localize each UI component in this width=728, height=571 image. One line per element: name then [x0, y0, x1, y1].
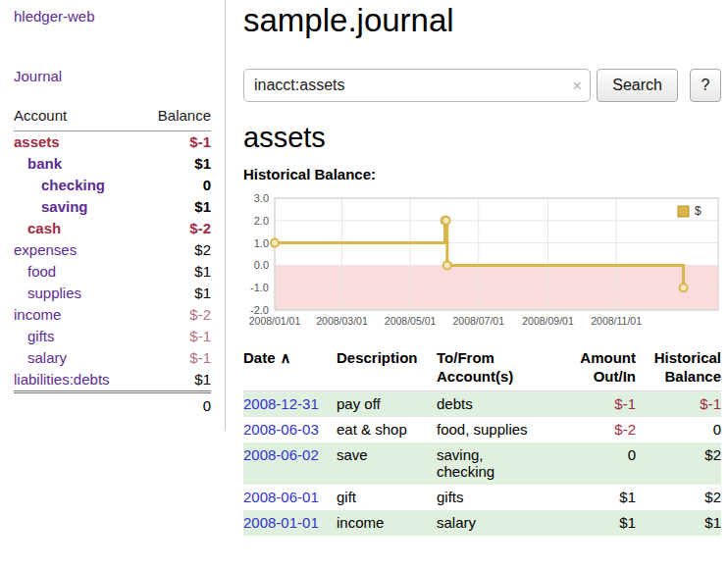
txn-row: 2008-01-01 income salary $1 $1 — [243, 510, 721, 536]
account-balance-income: $-2 — [140, 304, 211, 326]
account-link-gifts[interactable]: gifts — [27, 328, 55, 344]
txn-accounts-cell: gifts — [437, 485, 562, 510]
txn-date-cell: 2008-12-31 — [243, 391, 337, 418]
search-input[interactable] — [243, 69, 591, 102]
account-balance-supplies: $1 — [140, 283, 211, 304]
txn-date-link[interactable]: 2008-06-02 — [243, 446, 319, 463]
txn-row: 2008-12-31 pay off debts $-1 $-1 — [243, 391, 721, 418]
account-balance-checking: 0 — [140, 175, 211, 196]
accounts-total-spacer — [14, 392, 140, 418]
brand-link[interactable]: hledger-web — [14, 8, 211, 25]
search-button[interactable]: Search — [597, 69, 678, 102]
account-link-assets[interactable]: assets — [14, 133, 60, 150]
txn-balance-cell: $-1 — [636, 391, 721, 418]
account-balance-saving: $1 — [140, 196, 211, 218]
account-heading: assets — [243, 122, 721, 154]
account-link-supplies[interactable]: supplies — [27, 285, 81, 301]
transactions-table: Date∧ Description To/From Account(s) Amo… — [243, 347, 721, 537]
svg-text:2008/07/01: 2008/07/01 — [452, 315, 504, 327]
txn-amount-cell: $-2 — [562, 417, 636, 442]
txn-accounts-cell: salary — [437, 510, 562, 536]
txn-date-link[interactable]: 2008-12-31 — [243, 395, 319, 412]
clear-search-icon[interactable]: × — [572, 77, 582, 93]
txn-row: 2008-06-02 save saving, checking 0 $2 — [243, 442, 721, 485]
account-row-cash: cash $-2 — [14, 218, 211, 239]
account-link-expenses[interactable]: expenses — [14, 241, 77, 258]
accounts-header-account: Account — [14, 104, 140, 131]
txn-date-link[interactable]: 2008-06-03 — [243, 421, 319, 438]
svg-text:2008/01/01: 2008/01/01 — [249, 315, 301, 327]
svg-text:3.0: 3.0 — [254, 192, 269, 204]
column-header-amount: Amount Out/In — [562, 347, 636, 391]
txn-accounts-cell: saving, checking — [437, 442, 562, 485]
account-link-checking[interactable]: checking — [41, 177, 105, 193]
account-link-income[interactable]: income — [14, 306, 61, 323]
account-row-assets: assets $-1 — [14, 131, 211, 154]
account-link-bank[interactable]: bank — [27, 155, 62, 172]
txn-amount-cell: $1 — [562, 485, 636, 510]
svg-text:2008/09/01: 2008/09/01 — [522, 315, 574, 327]
account-row-income: income $-2 — [14, 304, 211, 326]
account-link-cash[interactable]: cash — [27, 220, 61, 236]
account-row-checking: checking 0 — [14, 175, 211, 196]
accounts-header-line2: Account(s) — [437, 368, 556, 387]
account-row-supplies: supplies $1 — [14, 283, 211, 304]
txn-date-link[interactable]: 2008-01-01 — [243, 514, 319, 531]
svg-text:1.0: 1.0 — [254, 237, 269, 249]
txn-date-cell: 2008-06-02 — [243, 442, 337, 485]
txn-description-cell: pay off — [337, 391, 437, 418]
amount-header-line1: Amount — [562, 349, 636, 368]
accounts-table: Account Balance assets $-1 bank $1 check… — [14, 104, 211, 417]
column-header-accounts: To/From Account(s) — [437, 347, 562, 391]
txn-description-cell: income — [337, 510, 437, 536]
account-row-salary: salary $-1 — [14, 347, 211, 369]
svg-text:$: $ — [695, 204, 702, 218]
txn-date-cell: 2008-01-01 — [243, 510, 337, 536]
sidebar: hledger-web Journal Account Balance asse… — [0, 0, 226, 431]
account-balance-bank: $1 — [140, 153, 211, 175]
account-balance-expenses: $2 — [140, 239, 211, 261]
txn-amount-cell: $-1 — [562, 391, 636, 418]
account-balance-cash: $-2 — [140, 218, 211, 239]
column-header-date[interactable]: Date∧ — [243, 347, 337, 391]
txn-amount-cell: 0 — [562, 442, 636, 485]
account-balance-food: $1 — [140, 261, 211, 283]
txn-row: 2008-06-03 eat & shop food, supplies $-2… — [243, 417, 721, 442]
accounts-header-row: Account Balance — [14, 104, 211, 131]
txn-accounts-cell: food, supplies — [437, 417, 562, 442]
txn-description-cell: gift — [337, 485, 437, 510]
chart-title: Historical Balance: — [243, 166, 721, 182]
page-title: sample.journal — [243, 2, 721, 39]
nav-journal-link[interactable]: Journal — [14, 68, 211, 84]
txn-row: 2008-06-01 gift gifts $1 $2 — [243, 485, 721, 510]
accounts-header-balance: Balance — [140, 104, 211, 131]
account-link-food[interactable]: food — [27, 263, 56, 280]
balance-header-line2: Balance — [636, 368, 721, 387]
column-header-description: Description — [337, 347, 437, 391]
transactions-header-row: Date∧ Description To/From Account(s) Amo… — [243, 347, 721, 391]
account-balance-assets: $-1 — [140, 131, 211, 154]
account-link-liabilities-debts[interactable]: liabilities:debts — [14, 371, 110, 388]
historical-balance-chart: 3.02.01.00.0-1.0-2.02008/01/012008/03/01… — [243, 190, 721, 334]
svg-text:2008/05/01: 2008/05/01 — [385, 315, 437, 327]
svg-text:2008/03/01: 2008/03/01 — [316, 315, 368, 327]
app-root: hledger-web Journal Account Balance asse… — [0, 0, 728, 536]
txn-date-cell: 2008-06-01 — [243, 485, 337, 510]
account-row-gifts: gifts $-1 — [14, 326, 211, 347]
search-box: × — [243, 69, 591, 102]
svg-text:-1.0: -1.0 — [250, 282, 269, 293]
accounts-total-value: 0 — [140, 392, 211, 418]
txn-date-link[interactable]: 2008-06-01 — [243, 489, 319, 505]
date-header-label: Date — [243, 349, 276, 366]
help-button[interactable]: ? — [690, 69, 721, 102]
account-row-saving: saving $1 — [14, 196, 211, 218]
txn-balance-cell: $1 — [636, 510, 721, 536]
sort-ascending-icon: ∧ — [281, 349, 291, 366]
accounts-total-row: 0 — [14, 392, 211, 418]
account-link-saving[interactable]: saving — [41, 198, 88, 215]
account-row-expenses: expenses $2 — [14, 239, 211, 261]
account-balance-liabilities-debts: $1 — [140, 369, 211, 392]
svg-text:2.0: 2.0 — [254, 215, 269, 227]
account-link-salary[interactable]: salary — [27, 349, 67, 366]
account-row-food: food $1 — [14, 261, 211, 283]
